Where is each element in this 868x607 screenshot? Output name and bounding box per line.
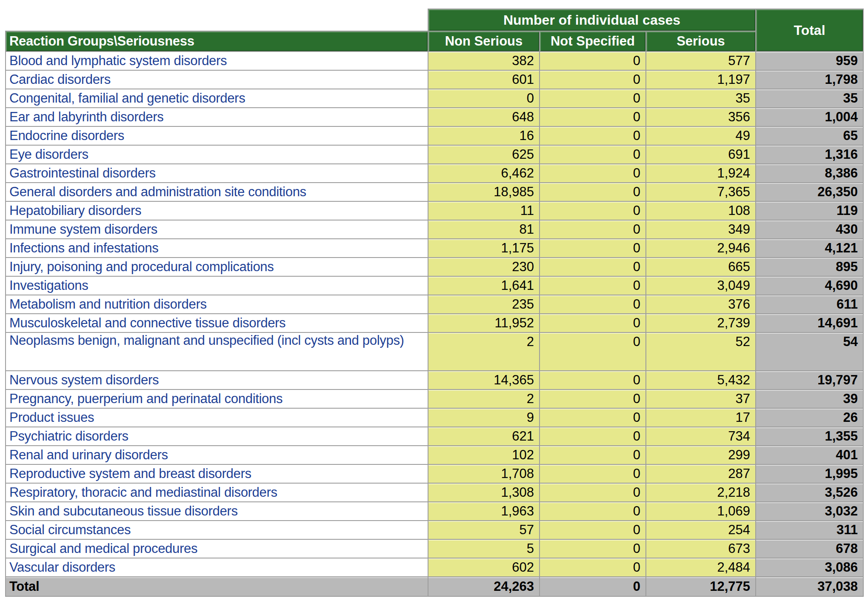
row-label: Vascular disorders [9,560,115,575]
row-label: Blood and lymphatic system disorders [9,53,227,68]
row-label: Endocrine disorders [9,128,124,143]
table-row: Metabolism and nutrition disorders235037… [6,295,863,314]
row-label-link[interactable]: Nervous system disorders [6,371,428,389]
row-label-link[interactable]: Vascular disorders [6,558,428,577]
cases-by-reaction-group-table: Number of individual cases Total Reactio… [5,9,864,597]
group-header-number-of-individual-cases: Number of individual cases [428,9,756,31]
row-label-link[interactable]: Cardiac disorders [6,70,428,89]
row-label-link[interactable]: Hepatobiliary disorders [6,201,428,220]
table-row: Skin and subcutaneous tissue disorders1,… [6,502,863,521]
non-serious-value: 102 [428,446,540,464]
serious-value: 2,484 [646,558,756,577]
row-label-link[interactable]: Respiratory, thoracic and mediastinal di… [6,483,428,502]
not-specified-value: 0 [540,164,646,183]
row-label: Cardiac disorders [9,72,111,87]
row-label-link[interactable]: Infections and infestations [6,239,428,258]
row-total-value: 65 [756,126,863,145]
row-total-value: 611 [756,295,863,314]
serious-value: 3,049 [646,276,756,295]
row-label-link[interactable]: Blood and lymphatic system disorders [6,52,428,70]
non-serious-value: 11,952 [428,314,540,332]
row-label-link[interactable]: Eye disorders [6,145,428,164]
row-label-link[interactable]: Ear and labyrinth disorders [6,108,428,126]
row-total-value: 895 [756,258,863,276]
row-label: Social circumstances [9,522,131,537]
row-label-link[interactable]: Reproductive system and breast disorders [6,464,428,483]
row-label: Musculoskeletal and connective tissue di… [9,315,286,330]
row-label: Skin and subcutaneous tissue disorders [9,504,238,518]
row-label-link[interactable]: Skin and subcutaneous tissue disorders [6,502,428,521]
not-specified-value: 0 [540,521,646,539]
row-label-link[interactable]: Metabolism and nutrition disorders [6,295,428,314]
serious-value: 1,924 [646,164,756,183]
not-specified-value: 0 [540,201,646,220]
row-label-link[interactable]: Congenital, familial and genetic disorde… [6,89,428,108]
row-total-value: 678 [756,539,863,558]
serious-value: 299 [646,446,756,464]
row-label-link[interactable]: Social circumstances [6,521,428,539]
row-label: Ear and labyrinth disorders [9,109,163,124]
row-label: Hepatobiliary disorders [9,203,141,218]
table-row: Respiratory, thoracic and mediastinal di… [6,483,863,502]
row-label-link[interactable]: Pregnancy, puerperium and perinatal cond… [6,389,428,408]
total-not-specified-value: 0 [540,577,646,596]
row-total-value: 4,121 [756,239,863,258]
row-total-value: 19,797 [756,371,863,389]
non-serious-value: 1,641 [428,276,540,295]
row-total-value: 1,004 [756,108,863,126]
total-serious-value: 12,775 [646,577,756,596]
total-row-label: Total [6,577,428,596]
table-row: Product issues901726 [6,408,863,427]
row-label-link[interactable]: Immune system disorders [6,220,428,239]
not-specified-value: 0 [540,408,646,427]
row-label-link[interactable]: General disorders and administration sit… [6,183,428,201]
row-label: Product issues [9,410,94,425]
table-row: Gastrointestinal disorders6,46201,9248,3… [6,164,863,183]
row-label-link[interactable]: Gastrointestinal disorders [6,164,428,183]
serious-value: 734 [646,427,756,446]
row-label-link[interactable]: Surgical and medical procedures [6,539,428,558]
row-label-link[interactable]: Product issues [6,408,428,427]
table-row: Immune system disorders810349430 [6,220,863,239]
not-specified-value: 0 [540,371,646,389]
serious-value: 1,069 [646,502,756,521]
row-label: Immune system disorders [9,222,157,237]
serious-value: 2,739 [646,314,756,332]
row-label: Nervous system disorders [9,372,159,387]
column-header-row: Reaction Groups\Seriousness Non Serious … [6,31,863,52]
serious-value: 49 [646,126,756,145]
row-label: Reproductive system and breast disorders [9,466,251,481]
row-total-value: 1,995 [756,464,863,483]
total-overall-value: 37,038 [756,577,863,596]
not-specified-value: 0 [540,314,646,332]
serious-value: 52 [646,332,756,371]
non-serious-value: 5 [428,539,540,558]
table-row: Ear and labyrinth disorders64803561,004 [6,108,863,126]
row-total-value: 1,355 [756,427,863,446]
row-label-link[interactable]: Renal and urinary disorders [6,446,428,464]
serious-value: 673 [646,539,756,558]
non-serious-value: 14,365 [428,371,540,389]
row-total-value: 35 [756,89,863,108]
row-label: Respiratory, thoracic and mediastinal di… [9,485,277,500]
table-row: General disorders and administration sit… [6,183,863,201]
not-specified-value: 0 [540,258,646,276]
row-label-link[interactable]: Musculoskeletal and connective tissue di… [6,314,428,332]
serious-value: 5,432 [646,371,756,389]
table-row: Investigations1,64103,0494,690 [6,276,863,295]
row-label-link[interactable]: Psychiatric disorders [6,427,428,446]
not-specified-value: 0 [540,108,646,126]
non-serious-value: 625 [428,145,540,164]
row-label-link[interactable]: Endocrine disorders [6,126,428,145]
not-specified-value: 0 [540,295,646,314]
not-specified-value: 0 [540,446,646,464]
row-label-link[interactable]: Neoplasms benign, malignant and unspecif… [6,332,428,371]
row-label-link[interactable]: Investigations [6,276,428,295]
row-total-value: 54 [756,332,863,371]
row-total-value: 401 [756,446,863,464]
row-total-value: 26 [756,408,863,427]
not-specified-value: 0 [540,183,646,201]
non-serious-value: 2 [428,389,540,408]
group-header-row: Number of individual cases Total [6,9,863,31]
row-label-link[interactable]: Injury, poisoning and procedural complic… [6,258,428,276]
